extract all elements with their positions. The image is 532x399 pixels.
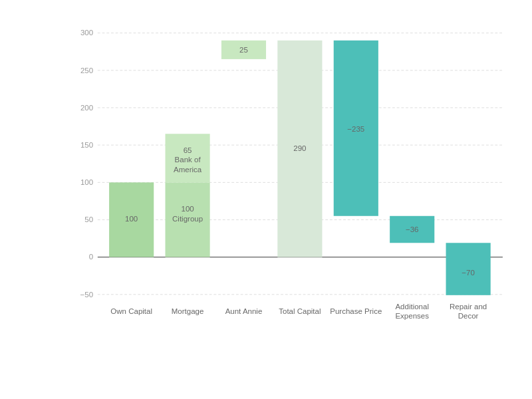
- y-label-minus50: −50: [80, 291, 94, 299]
- y-label-100: 100: [80, 178, 93, 186]
- chart-svg: 300 250 200 150 100 50 0 −50 100: [53, 27, 512, 339]
- y-label-200: 200: [80, 104, 93, 112]
- xlabel-repair-1: Repair and: [450, 303, 487, 311]
- y-label-300: 300: [80, 29, 93, 37]
- label-purchase-price: −235: [347, 125, 364, 133]
- label-mortgage-boa3: America: [174, 166, 202, 174]
- xlabel-total-capital: Total Capital: [279, 307, 321, 315]
- xlabel-repair-2: Decor: [458, 312, 479, 320]
- y-label-250: 250: [80, 66, 93, 74]
- xlabel-own-capital: Own Capital: [110, 307, 152, 315]
- y-label-150: 150: [80, 141, 93, 149]
- label-total-capital: 290: [293, 144, 306, 152]
- label-mortgage-boa1: 65: [184, 146, 192, 154]
- label-mortgage-citigroup2: Citigroup: [172, 215, 203, 223]
- xlabel-aunt-annie: Aunt Annie: [225, 307, 263, 315]
- label-repair-decor: −70: [462, 269, 475, 277]
- xlabel-additional-1: Additional: [395, 303, 429, 311]
- xlabel-purchase-price: Purchase Price: [330, 307, 382, 315]
- xlabel-additional-2: Expenses: [395, 312, 429, 320]
- y-label-50: 50: [84, 215, 93, 223]
- chart-container: 300 250 200 150 100 50 0 −50 100: [7, 7, 525, 392]
- label-mortgage-citigroup: 100: [181, 205, 194, 213]
- label-aunt-annie: 25: [239, 46, 248, 54]
- label-mortgage-boa2: Bank of: [175, 156, 201, 164]
- y-label-0: 0: [89, 253, 93, 261]
- label-additional-expenses: −36: [406, 225, 419, 233]
- label-own-capital-100: 100: [125, 215, 138, 223]
- xlabel-mortgage: Mortgage: [172, 307, 204, 315]
